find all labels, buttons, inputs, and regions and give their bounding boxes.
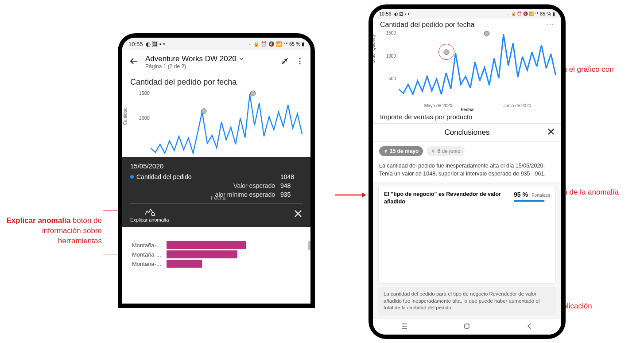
tooltip-close-button[interactable]: [294, 209, 303, 220]
tooltip-label: alor mínimo esperado: [130, 191, 280, 198]
back-button[interactable]: [128, 56, 139, 68]
svg-line-5: [154, 215, 155, 216]
chip-date-active[interactable]: 15 de mayo: [379, 146, 423, 156]
conclusions-panel: Conclusiones 15 de mayo 6 de junio La ca…: [373, 123, 561, 335]
chart-title: Cantidad del pedido por fecha ⋯: [373, 19, 561, 30]
chip-date-inactive[interactable]: 6 de junio: [427, 146, 465, 156]
bar: [167, 241, 246, 249]
bar: [167, 250, 237, 258]
svg-point-2: [299, 61, 301, 62]
chevron-down-icon[interactable]: [238, 56, 244, 62]
tooltip: 15/05/2020 Cantidad del pedido 1048 Valo…: [122, 157, 310, 227]
chart-title: Cantidad del pedido por fecha: [122, 74, 310, 89]
line-chart[interactable]: Cantidad 1500 1000: [137, 90, 305, 166]
bar-row: Montaña-...: [132, 250, 303, 258]
insight-text: El "tipo de negocio" es Revendedor de va…: [384, 191, 509, 206]
bar-chart[interactable]: Montaña-... Montaña-... Montaña-...: [122, 238, 310, 269]
insight-card[interactable]: El "tipo de negocio" es Revendedor de va…: [378, 186, 556, 284]
report-title[interactable]: Adventure Works DW 2020: [145, 55, 237, 63]
status-time: 10:55: [128, 41, 143, 47]
status-bar: 10:56 ◐ 🖼 ▪ • ⌐ 🔒 ⏰ 🔇 📶 ᵛᵒ 85 %▮: [373, 9, 561, 19]
insight-strength-label: Fortaleza: [531, 193, 550, 198]
svg-rect-15: [465, 324, 469, 328]
bar-row: Montaña-...: [132, 260, 303, 268]
conclusions-title: Conclusiones: [444, 128, 489, 137]
android-navbar: [373, 319, 561, 335]
y-axis-label: Order Quantity: [373, 34, 376, 63]
page-subtitle: Página 1 (2 de 2): [145, 63, 274, 70]
tooltip-date: 15/05/2020: [130, 162, 303, 170]
y-axis-ticks: 1500 1000 500: [384, 31, 396, 99]
chart-plot-area: [399, 31, 557, 100]
x-axis-label: Fecha: [211, 195, 225, 201]
x-axis-ticks: Mayo de 2020 Junio de 2020: [399, 103, 557, 108]
tooltip-value: 1048: [280, 173, 303, 180]
nav-home-button[interactable]: [463, 322, 471, 332]
tooltip-value: 935: [280, 191, 303, 198]
y-axis-ticks: 1500 1000: [136, 90, 150, 157]
nav-recent-button[interactable]: [400, 322, 408, 332]
line-chart[interactable]: Order Quantity 1500 1000 500 Mayo de 202…: [385, 31, 557, 108]
svg-point-11: [432, 150, 434, 152]
more-button[interactable]: [295, 57, 304, 67]
anomaly-marker-icon[interactable]: [250, 90, 256, 97]
explanation-footer: La cantidad del pedido para el tipo de n…: [378, 287, 556, 315]
tooltip-value: 948: [280, 182, 303, 189]
anomaly-marker-icon[interactable]: [201, 108, 207, 114]
anomaly-description: La cantidad del pedido fue inesperadamen…: [373, 160, 561, 182]
status-time: 10:56: [379, 11, 392, 16]
insight-percentage: 95 %: [514, 191, 528, 198]
svg-point-10: [385, 150, 387, 152]
arrow-right-icon: [334, 191, 366, 199]
chart-plot-area: [151, 90, 305, 158]
status-bar: 10:55 ◐ 🖼 ▪ • ⌐ 🔒 ⏰ 🔇 📶 ᵛᵒ85 %▮: [122, 38, 310, 50]
status-icons-left: ◐ 🖼 ▪ •: [146, 41, 165, 47]
status-icons-right: ⌐ 🔒 ⏰ 🔇 📶 ᵛᵒ 85 %▮: [508, 11, 555, 17]
tooltip-label: Cantidad del pedido: [136, 173, 280, 180]
bar-chart-title: Importe de ventas por producto: [373, 112, 561, 121]
expand-button[interactable]: [280, 57, 289, 67]
scrollbar[interactable]: [308, 241, 310, 250]
status-icons-left: ◐ 🖼 ▪ •: [394, 12, 409, 16]
svg-point-3: [299, 63, 301, 64]
tooltip-label: Valor esperado: [130, 182, 280, 189]
status-icons-right: ⌐ 🔒 ⏰ 🔇 📶 ᵛᵒ85 %▮: [249, 41, 304, 47]
nav-back-button[interactable]: [526, 322, 534, 332]
y-axis-label: Cantidad: [123, 107, 128, 125]
more-icon[interactable]: ⋯: [547, 20, 554, 29]
close-button[interactable]: [547, 128, 555, 137]
phone-mockup-right: 10:56 ◐ 🖼 ▪ • ⌐ 🔒 ⏰ 🔇 📶 ᵛᵒ 85 %▮ Cantida…: [369, 4, 566, 339]
svg-point-4: [151, 213, 154, 216]
date-chips: 15 de mayo 6 de junio: [373, 142, 561, 160]
annotation-explain-button: Explicar anomalía botón de información s…: [2, 216, 102, 246]
title-bar: Adventure Works DW 2020 Página 1 (2 de 2…: [122, 50, 310, 74]
svg-point-1: [299, 58, 301, 59]
strength-bar: [514, 200, 546, 202]
explain-anomaly-button[interactable]: Explicar anomalía: [130, 207, 169, 222]
bar-row: Montaña-...: [132, 241, 303, 249]
anomaly-highlight-circle: [438, 44, 454, 60]
anomaly-marker-icon[interactable]: [484, 31, 490, 37]
bar: [167, 260, 202, 268]
series-color-dot: [130, 175, 134, 179]
phone-mockup-left: 10:55 ◐ 🖼 ▪ • ⌐ 🔒 ⏰ 🔇 📶 ᵛᵒ85 %▮ Adventur…: [118, 33, 315, 308]
